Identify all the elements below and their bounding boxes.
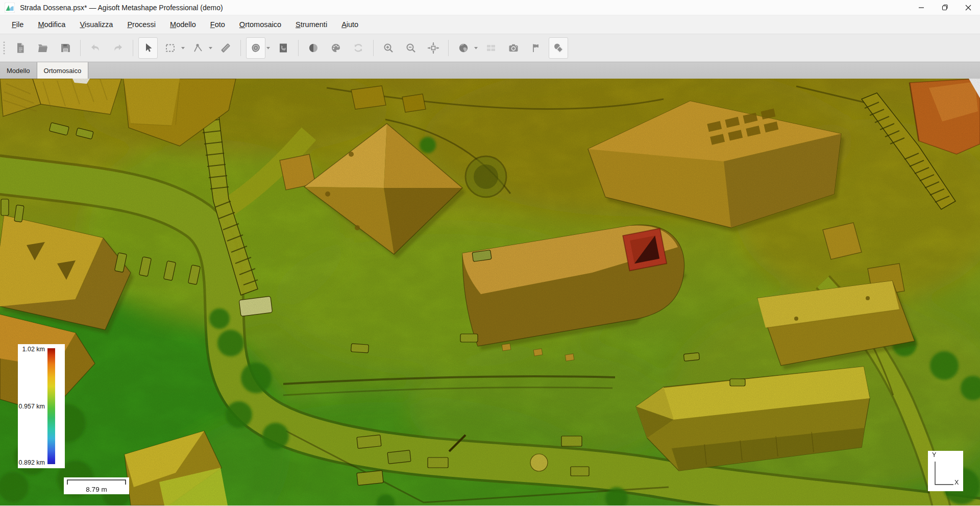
elevation-legend: 1.02 km 0.957 km 0.892 km xyxy=(18,344,65,468)
measure-dropdown[interactable] xyxy=(207,37,213,59)
minimize-button[interactable] xyxy=(910,0,933,15)
close-button[interactable] xyxy=(957,0,980,15)
chevron-down-icon xyxy=(208,46,213,50)
chevron-down-icon xyxy=(266,46,271,50)
menu-modifica[interactable]: Modifica xyxy=(31,17,72,32)
zoom-in-button[interactable] xyxy=(379,37,398,59)
ortho-image-icon xyxy=(277,42,289,54)
menu-aiuto[interactable]: Aiuto xyxy=(334,17,365,32)
tab-modello[interactable]: Modello xyxy=(0,62,37,79)
document-icon xyxy=(14,42,27,54)
globe-icon xyxy=(457,42,470,54)
scale-bracket-icon xyxy=(66,479,127,485)
menu-strumenti[interactable]: Strumenti xyxy=(288,17,334,32)
zoom-out-button[interactable] xyxy=(401,37,421,59)
redo-arrow-icon xyxy=(112,42,124,54)
dashed-rectangle-icon xyxy=(164,42,177,54)
save-project-button[interactable] xyxy=(56,37,75,59)
zoom-out-icon xyxy=(405,42,417,54)
axis-y-label: Y xyxy=(932,451,936,459)
menu-foto[interactable]: Foto xyxy=(203,17,232,32)
restore-icon xyxy=(942,4,948,11)
title-bar: Strada Dossena.psx* — Agisoft Metashape … xyxy=(0,0,980,15)
undo-arrow-icon xyxy=(89,42,102,54)
rectangle-selection-button[interactable] xyxy=(161,37,180,59)
base-map-button[interactable] xyxy=(454,37,473,59)
legend-max-label: 1.02 km xyxy=(18,346,45,353)
show-dem-button[interactable] xyxy=(246,37,265,59)
cursor-icon xyxy=(142,42,154,54)
axis-x-label: X xyxy=(954,479,959,486)
draw-shapes-button[interactable] xyxy=(549,37,568,59)
window-controls xyxy=(910,0,980,15)
fit-view-icon xyxy=(427,42,439,54)
toolbar-separator xyxy=(373,40,374,56)
minimize-icon xyxy=(918,5,924,11)
base-map-dropdown[interactable] xyxy=(473,37,479,59)
scale-bar: 8.79 m xyxy=(64,477,129,494)
toolbar-separator xyxy=(448,40,449,56)
menu-bar: File Modifica Visualizza Processi Modell… xyxy=(0,15,980,34)
main-toolbar xyxy=(0,34,980,62)
toolbar-separator xyxy=(133,40,133,56)
close-icon xyxy=(965,5,971,11)
capture-view-button[interactable] xyxy=(504,37,523,59)
show-orthomosaic-button[interactable] xyxy=(274,37,293,59)
menu-ortomosaico[interactable]: Ortomosaico xyxy=(232,17,288,32)
toolbar-separator xyxy=(298,40,299,56)
refresh-icon xyxy=(352,42,364,54)
view-tab-bar: Modello Ortomosaico xyxy=(0,62,980,79)
grip-dots-icon xyxy=(2,41,6,55)
axis-gizmo: Y X xyxy=(928,451,963,491)
redo-button[interactable] xyxy=(108,37,128,59)
palette-button[interactable] xyxy=(326,37,346,59)
legend-mid-label: 0.957 km xyxy=(18,403,45,410)
menu-processi[interactable]: Processi xyxy=(120,17,163,32)
open-project-button[interactable] xyxy=(33,37,53,59)
undo-button[interactable] xyxy=(86,37,105,59)
fit-to-view-button[interactable] xyxy=(424,37,443,59)
dem-view-canvas[interactable] xyxy=(0,79,980,505)
zoom-in-icon xyxy=(382,42,395,54)
menu-modello[interactable]: Modello xyxy=(163,17,203,32)
update-view-button[interactable] xyxy=(349,37,368,59)
brightness-contrast-button[interactable] xyxy=(304,37,323,59)
flag-icon xyxy=(530,42,542,54)
palette-icon xyxy=(330,42,342,54)
seamlines-button[interactable] xyxy=(481,37,501,59)
shapes-icon xyxy=(552,42,565,54)
toolbar-grip-handle[interactable] xyxy=(1,39,7,57)
floppy-icon xyxy=(59,42,71,54)
chevron-down-icon xyxy=(474,46,478,50)
legend-colormap-bar xyxy=(47,348,55,464)
scale-bar-label: 8.79 m xyxy=(64,486,129,493)
chevron-down-icon xyxy=(181,46,185,50)
contrast-icon xyxy=(307,42,320,54)
tab-ortomosaico[interactable]: Ortomosaico xyxy=(37,62,89,79)
dem-viewport: 1.02 km 0.957 km 0.892 km 8.79 m Y X xyxy=(0,79,980,505)
menu-visualizza[interactable]: Visualizza xyxy=(72,17,120,32)
rectangle-selection-dropdown[interactable] xyxy=(180,37,186,59)
hillshade-grain xyxy=(0,79,980,505)
show-dem-dropdown[interactable] xyxy=(265,37,271,59)
toolbar-separator xyxy=(240,40,241,56)
window-title: Strada Dossena.psx* — Agisoft Metashape … xyxy=(20,4,223,12)
contours-icon xyxy=(249,42,262,54)
toolbar-separator xyxy=(80,40,81,56)
restore-button[interactable] xyxy=(933,0,957,15)
ruler-icon xyxy=(219,42,232,54)
metashape-logo-icon xyxy=(5,3,15,13)
camera-icon xyxy=(507,42,520,54)
flags-button[interactable] xyxy=(526,37,546,59)
folder-icon xyxy=(37,42,49,54)
seamlines-icon xyxy=(485,42,497,54)
menu-file[interactable]: File xyxy=(5,17,31,32)
navigation-select-button[interactable] xyxy=(138,37,158,59)
measure-icon xyxy=(192,42,204,54)
measure-angle-button[interactable] xyxy=(188,37,208,59)
ruler-button[interactable] xyxy=(216,37,235,59)
legend-min-label: 0.892 km xyxy=(18,459,45,466)
new-project-button[interactable] xyxy=(11,37,30,59)
